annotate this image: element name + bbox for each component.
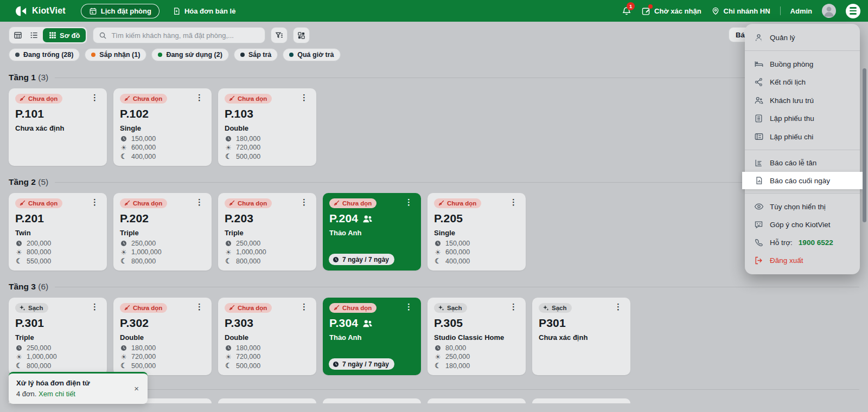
- room-card[interactable]: Chưa dọn⋮P.103Double180,000☀720,000☾500,…: [218, 88, 316, 166]
- housekeeping-status-badge: Sạch: [15, 303, 48, 313]
- menu-item-tuy-chon-hien-thi[interactable]: Tùy chọn hiển thị: [745, 197, 860, 216]
- layout-button[interactable]: [293, 27, 310, 43]
- list-view-button[interactable]: [27, 28, 42, 42]
- logout-icon: [754, 256, 764, 265]
- tab-hoa-don-ban-le[interactable]: Hóa đơn bán lẻ: [165, 4, 243, 18]
- price-list: 250,000☀1,000,000☾800,000: [225, 240, 310, 265]
- menu-item-buong-phong[interactable]: Buồng phòng: [745, 55, 860, 73]
- kebab-menu-icon[interactable]: ⋮: [403, 198, 414, 206]
- kebab-menu-icon[interactable]: ⋮: [89, 94, 100, 101]
- room-card-top: Chưa dọn⋮: [225, 198, 310, 208]
- status-filter-chip[interactable]: Đang sử dụng (2): [151, 48, 229, 61]
- status-filter-chip[interactable]: Quá giờ trả: [283, 48, 340, 61]
- room-card[interactable]: Chưa dọn⋮P.102Single150,000☀600,000☾400,…: [113, 88, 212, 166]
- price-value: 550,000: [27, 258, 51, 265]
- grid-view-button[interactable]: Sơ đồ: [43, 28, 86, 42]
- menu-item-gop-y-cho-kiotviet[interactable]: Góp ý cho KiotViet: [745, 216, 860, 234]
- kebab-menu-icon[interactable]: ⋮: [89, 198, 100, 206]
- menu-item-ket-noi-lich[interactable]: Kết nối lịch: [745, 73, 860, 91]
- room-number: P.205: [434, 212, 519, 225]
- price-row: ☀600,000: [120, 144, 205, 152]
- room-card[interactable]: Chưa dọn⋮P.203Triple250,000☀1,000,000☾80…: [218, 193, 316, 271]
- room-card[interactable]: Sạch⋮P.301Triple250,000☀1,000,000☾800,00…: [9, 298, 107, 375]
- room-card[interactable]: Chưa dọn⋮P.304Thảo Anh7 ngày / 7 ngày: [323, 298, 421, 375]
- sun-icon: ☀: [15, 353, 23, 361]
- kebab-menu-icon[interactable]: ⋮: [89, 303, 100, 311]
- kebab-menu-icon[interactable]: ⋮: [194, 94, 205, 101]
- room-type: Double: [120, 333, 205, 342]
- map-pin-icon: [711, 7, 720, 15]
- status-badge-label: Sạch: [447, 305, 462, 311]
- menu-item-bao-cao-le-tan[interactable]: Báo cáo lễ tân: [745, 154, 860, 172]
- kebab-menu-icon[interactable]: ⋮: [194, 303, 205, 311]
- branch-selector[interactable]: Chi nhánh HN: [711, 7, 770, 15]
- pending-confirm-button[interactable]: Chờ xác nhận: [641, 7, 701, 16]
- room-card[interactable]: Chưa dọn⋮P.302Double180,000☀720,000☾500,…: [113, 298, 212, 375]
- menu-item--ang-xuat[interactable]: Đăng xuất: [745, 252, 860, 269]
- kebab-menu-icon[interactable]: ⋮: [298, 94, 310, 101]
- status-dot: [240, 53, 245, 57]
- price-row: 150,000: [120, 135, 205, 143]
- kebab-menu-icon[interactable]: ⋮: [194, 198, 205, 206]
- room-card-top: Sạch⋮: [539, 303, 624, 313]
- price-row: ☾550,000: [15, 257, 100, 265]
- kebab-menu-icon[interactable]: ⋮: [508, 303, 519, 311]
- main-menu-button[interactable]: [846, 4, 860, 18]
- menu-item-label: Kết nối lịch: [770, 78, 806, 86]
- room-card[interactable]: Chưa dọn⋮P.205Single150,000☀600,000☾400,…: [427, 193, 526, 271]
- receipt-icon: [754, 114, 764, 123]
- kebab-menu-icon[interactable]: ⋮: [298, 303, 310, 311]
- room-card[interactable]: Chưa dọn⋮P.202Triple250,000☀1,000,000☾80…: [113, 193, 212, 271]
- close-icon[interactable]: ×: [132, 383, 141, 394]
- price-row: ☀250,000: [434, 353, 519, 361]
- price-row: 180,000: [120, 344, 205, 352]
- chip-label: Đang trống (28): [23, 51, 73, 59]
- vertical-scrollbar[interactable]: [863, 68, 866, 222]
- price-value: 150,000: [131, 135, 156, 143]
- kiotviet-logo[interactable]: KiotViet: [15, 5, 66, 17]
- menu-item-lap-phieu-thu[interactable]: Lập phiếu thu: [745, 110, 860, 127]
- kebab-menu-icon[interactable]: ⋮: [298, 198, 310, 206]
- invoice-icon: [173, 7, 181, 15]
- price-value: 720,000: [236, 144, 260, 151]
- price-value: 800,000: [27, 362, 51, 370]
- kebab-menu-icon[interactable]: ⋮: [403, 303, 414, 311]
- search-box[interactable]: [93, 27, 265, 43]
- housekeeping-status-badge: Chưa dọn: [120, 94, 167, 104]
- broom-icon: [124, 200, 130, 207]
- status-filter-chip[interactable]: Sắp nhận (1): [85, 48, 146, 61]
- kebab-menu-icon[interactable]: ⋮: [508, 198, 519, 206]
- menu-item-lap-phieu-chi[interactable]: Lập phiếu chi: [745, 127, 860, 146]
- moon-icon: ☾: [15, 362, 23, 370]
- menu-item-quan-ly[interactable]: Quản lý: [745, 29, 860, 47]
- menu-item-khach-luu-tru[interactable]: Khách lưu trú: [745, 91, 860, 110]
- menu-item-bao-cao-cuoi-ngay[interactable]: Báo cáo cuối ngày: [742, 172, 863, 189]
- price-row: ☀720,000: [225, 144, 310, 152]
- filter-button[interactable]: [271, 27, 288, 43]
- status-filter-chip[interactable]: Đang trống (28): [9, 48, 80, 61]
- toast-detail-link[interactable]: Xem chi tiết: [39, 390, 75, 398]
- table-view-button[interactable]: [10, 28, 25, 42]
- room-card[interactable]: Chưa dọn⋮P.204Thảo Anh7 ngày / 7 ngày: [323, 193, 421, 271]
- room-number-label: P.102: [120, 107, 149, 120]
- room-card[interactable]: Chưa dọn⋮P.303Double180,000☀720,000☾500,…: [218, 298, 316, 375]
- room-card[interactable]: Chưa dọn⋮P.101Chưa xác định: [9, 88, 107, 166]
- notifications-button[interactable]: 1: [622, 6, 631, 16]
- tab-lich-dat-phong[interactable]: Lịch đặt phòng: [81, 4, 159, 18]
- status-dot: [91, 53, 95, 57]
- price-value: 720,000: [236, 353, 260, 360]
- room-card[interactable]: Sạch⋮P301Chưa xác định: [532, 298, 630, 375]
- clock-icon: [333, 361, 339, 368]
- status-badge-label: Chưa dọn: [238, 200, 267, 207]
- room-card[interactable]: Sạch⋮P.305Studio Classic Home80,000☀250,…: [427, 298, 526, 375]
- search-input[interactable]: [111, 31, 259, 40]
- room-type: Studio Classic Home: [434, 333, 519, 342]
- price-row: ☀1,000,000: [120, 248, 205, 256]
- kebab-menu-icon[interactable]: ⋮: [612, 303, 624, 311]
- room-card[interactable]: Chưa dọn⋮P.201Twin200,000☀800,000☾550,00…: [9, 193, 107, 271]
- avatar[interactable]: [822, 4, 836, 18]
- status-filter-chip[interactable]: Sắp trả: [234, 48, 278, 61]
- broom-icon: [228, 200, 235, 207]
- menu-item-ho-tro[interactable]: Hỗ trợ: 1900 6522: [745, 234, 860, 252]
- price-row: ☾400,000: [120, 152, 205, 160]
